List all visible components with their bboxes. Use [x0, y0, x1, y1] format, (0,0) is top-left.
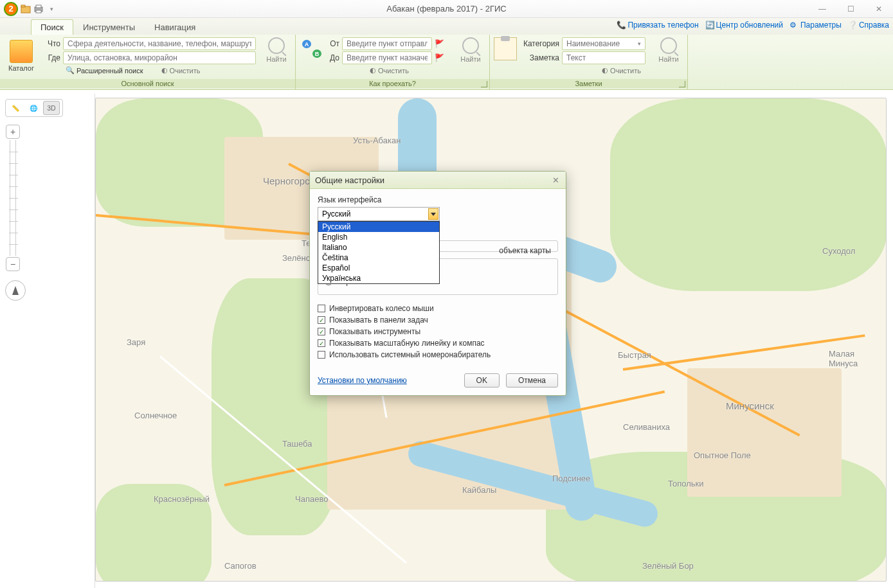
ribbon-group-main-search: Каталог Что Где 🔍Расширенный поиск ◐Очис… — [0, 35, 296, 89]
where-input[interactable] — [63, 51, 256, 64]
lang-option-cs[interactable]: Čeština — [318, 253, 439, 263]
advanced-search-button[interactable]: 🔍Расширенный поиск — [63, 66, 146, 75]
notes-clear-button[interactable]: ◐Очистить — [599, 66, 644, 75]
tab-tools[interactable]: Инструменты — [73, 19, 145, 35]
defaults-link[interactable]: Установки по умолчанию — [318, 376, 407, 385]
check-tools-row[interactable]: ✓ Показывать инструменты — [318, 327, 558, 336]
notes-icon — [494, 37, 517, 60]
group-title-route: Как проехать? — [296, 79, 489, 88]
find-button-main[interactable]: Найти — [262, 37, 291, 76]
from-input[interactable] — [342, 37, 432, 50]
eraser-icon: ◐ — [161, 66, 168, 75]
globe-button[interactable]: 🌐 — [25, 101, 42, 115]
label-opytnoe-pole: Опытное Поле — [694, 450, 751, 460]
dropdown-icon[interactable]: ▾ — [638, 40, 641, 47]
check-taskbar[interactable]: ✓ — [318, 316, 325, 324]
ribbon: Каталог Что Где 🔍Расширенный поиск ◐Очис… — [0, 35, 893, 90]
zoom-in-button[interactable]: + — [6, 125, 20, 139]
partial-text: объекта карты — [499, 246, 551, 255]
tab-navigation[interactable]: Навигация — [145, 19, 205, 35]
combo-arrow-icon[interactable] — [428, 208, 438, 220]
app-logo-icon[interactable]: 2 — [4, 2, 18, 16]
check-taskbar-row[interactable]: ✓ Показывать в панели задач — [318, 316, 558, 325]
maximize-button[interactable]: ☐ — [836, 0, 865, 18]
zoom-control: + − — [5, 125, 21, 271]
label-krasnoozyorny: Краснозёрный — [154, 494, 210, 504]
zoom-out-button[interactable]: − — [6, 257, 20, 271]
close-button[interactable]: ✕ — [865, 0, 893, 18]
link-update-center[interactable]: 🔄Центр обновлений — [705, 21, 783, 30]
label-tasheba: Ташеба — [282, 439, 312, 449]
label-solnechnoe: Солнечное — [134, 411, 177, 420]
link-help[interactable]: ❔Справка — [848, 21, 889, 30]
ribbon-group-route: A B От 🚩 До 🚩 ◐Очистить — [296, 35, 490, 89]
group-title-main-search: Основной поиск — [0, 79, 295, 88]
dialog-close-button[interactable]: ✕ — [550, 175, 561, 185]
cancel-button[interactable]: Отмена — [506, 373, 558, 388]
refresh-icon: 🔄 — [705, 21, 714, 30]
titlebar: 2 ▾ Абакан (февраль 2017) - 2ГИС — ☐ ✕ — [0, 0, 893, 18]
check-dialer-row[interactable]: Использовать системный номеронабиратель — [318, 350, 558, 359]
lang-dropdown-list: Русский English Italiano Čeština Español… — [318, 221, 440, 284]
ok-button[interactable]: OK — [464, 373, 500, 388]
find-button-notes[interactable]: Найти — [654, 37, 683, 76]
qat-folder-icon[interactable] — [21, 4, 31, 14]
to-flag-icon[interactable]: 🚩 — [435, 53, 444, 62]
find-button-route[interactable]: Найти — [456, 37, 485, 76]
tab-search[interactable]: Поиск — [31, 19, 73, 35]
qat-print-icon[interactable] — [33, 4, 44, 14]
gear-icon: ⚙ — [789, 21, 798, 30]
what-label: Что — [42, 39, 60, 48]
from-flag-icon[interactable]: 🚩 — [435, 39, 444, 48]
minimize-button[interactable]: — — [808, 0, 836, 18]
lang-combobox[interactable]: Русский Русский English Italiano Čeština… — [318, 207, 440, 221]
map-view-toggle: 📏 🌐 3D — [5, 99, 63, 117]
lang-option-ru[interactable]: Русский — [318, 222, 439, 232]
label-podsinee: Подсинее — [552, 474, 590, 483]
check-tools[interactable]: ✓ — [318, 328, 325, 335]
notes-dialog-launcher[interactable] — [679, 81, 685, 87]
label-bystraya: Быстрая — [618, 350, 651, 360]
svg-rect-4 — [36, 10, 41, 13]
lang-option-en[interactable]: English — [318, 232, 439, 242]
qat-dropdown-icon[interactable]: ▾ — [46, 4, 57, 14]
label-chapaevo: Чапаево — [295, 494, 328, 504]
3d-button[interactable]: 3D — [43, 101, 60, 115]
svg-rect-3 — [36, 5, 41, 8]
dialog-titlebar[interactable]: Общие настройки ✕ — [310, 172, 566, 189]
clear-button[interactable]: ◐Очистить — [159, 66, 203, 75]
lang-option-uk[interactable]: Українська — [318, 273, 439, 283]
note-input[interactable] — [562, 51, 645, 64]
check-scale-row[interactable]: ✓ Показывать масштабную линейку и компас — [318, 339, 558, 348]
phone-icon: 📞 — [617, 21, 626, 30]
check-dialer[interactable] — [318, 351, 325, 359]
route-dialog-launcher[interactable] — [481, 81, 487, 87]
to-input[interactable] — [342, 51, 432, 64]
label-malaya-minusa: Малая Минуса — [829, 349, 886, 368]
what-input[interactable] — [63, 37, 256, 50]
eraser-icon: ◐ — [370, 66, 376, 75]
search-icon — [462, 37, 479, 54]
ribbon-tabs: Поиск Инструменты Навигация 📞Привязать т… — [0, 18, 893, 35]
label-chernogorsk: Черногорск — [263, 175, 314, 186]
category-input[interactable] — [562, 37, 645, 50]
lang-option-it[interactable]: Italiano — [318, 242, 439, 253]
check-invert-row[interactable]: Инвертировать колесо мыши — [318, 304, 558, 313]
catalog-button[interactable]: Каталог — [4, 37, 39, 76]
compass-button[interactable] — [5, 280, 26, 301]
zoom-slider[interactable] — [10, 140, 16, 256]
check-invert[interactable] — [318, 305, 325, 312]
help-icon: ❔ — [848, 21, 857, 30]
ribbon-group-notes: Категория ▾ Заметка ◐Очистить Найти Заме… — [490, 35, 688, 89]
lang-option-es[interactable]: Español — [318, 263, 439, 273]
ruler-button[interactable]: 📏 — [7, 101, 24, 115]
link-bind-phone[interactable]: 📞Привязать телефон — [617, 21, 698, 30]
route-icon: A B — [300, 37, 323, 60]
note-label: Заметка — [521, 53, 559, 62]
check-scale[interactable]: ✓ — [318, 339, 325, 347]
route-clear-button[interactable]: ◐Очистить — [367, 66, 411, 75]
search-icon — [268, 37, 285, 54]
map-toolbar: 📏 🌐 3D + − — [0, 94, 95, 588]
link-parameters[interactable]: ⚙Параметры — [789, 21, 842, 30]
label-minusinsk: Минусинск — [726, 400, 774, 411]
